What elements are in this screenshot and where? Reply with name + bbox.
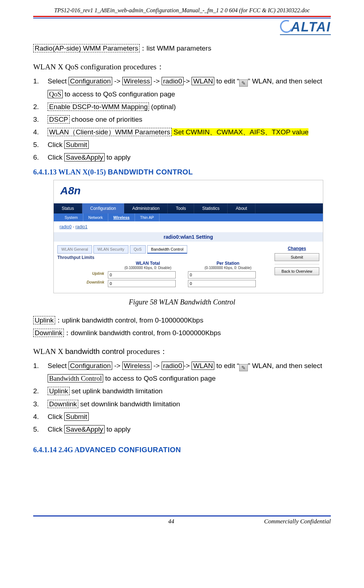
- breadcrumb: radio0 - radio1: [54, 221, 323, 232]
- bw-body-2: Uplink set uplink bandwidth limitation: [48, 385, 331, 397]
- range-note-1: (0-1000000 Kbps, 0: Disable): [108, 266, 188, 270]
- downlink-line: Downlink：downlink bandwidth control, fro…: [33, 328, 331, 338]
- radio-wmm-desc: ：list WMM parameters: [140, 44, 211, 52]
- step-num-6: 6.: [33, 151, 48, 164]
- back-button[interactable]: Back to Overview: [275, 267, 319, 275]
- bw3-after: set downlink bandwidth limitation: [78, 400, 180, 408]
- doc-header: TPS12-016_rev1 1_A8Ein_web-admin_Configu…: [33, 7, 331, 16]
- bw2-after: set uplink bandwidth limitation: [70, 387, 163, 395]
- box-radio0-2: radio0: [162, 362, 184, 370]
- w-click3: Click: [48, 413, 64, 420]
- box-bwcontrol: Bandwidth Control: [48, 374, 103, 382]
- box-radio0: radio0: [162, 77, 184, 85]
- input-downlink-per[interactable]: [188, 280, 256, 287]
- altai-logo: ALTAI: [280, 20, 331, 35]
- subtab-general[interactable]: WLAN General: [57, 245, 92, 254]
- tab-status[interactable]: Status: [54, 203, 82, 213]
- qos-proc-title-text: WLAN X QoS configuration procedures: [33, 62, 157, 71]
- line-radio-wmm: Radio(AP-side) WMM Parameters：list WMM p…: [33, 43, 331, 54]
- word-click-2: Click: [48, 154, 64, 161]
- tab-tools[interactable]: Tools: [168, 203, 194, 213]
- bw-proc-b: bandwidth control: [65, 347, 127, 355]
- step-body-3: DSCP choose one of priorities: [48, 113, 331, 126]
- w-wlanafter2: WLAN, and then select: [250, 362, 322, 369]
- main-nav: Status Configuration Administration Tool…: [54, 203, 323, 213]
- arrow-3: ->: [184, 77, 192, 85]
- input-downlink-total[interactable]: [108, 280, 176, 287]
- range-note-2: (0-1000000 Kbps, 0: Disable): [188, 266, 268, 270]
- bc-radio1[interactable]: radio1: [75, 224, 87, 229]
- uplink-line: Uplink：uplink bandwidth control, from 0-…: [33, 315, 331, 326]
- subnav-system[interactable]: System: [60, 213, 83, 221]
- shot-left: WLAN General WLAN Security QoS Bandwidth…: [57, 245, 268, 287]
- word-select: Select: [48, 77, 69, 85]
- range-note-row: (0-1000000 Kbps, 0: Disable) (0-1000000 …: [57, 266, 268, 270]
- subtab-qos[interactable]: QoS: [130, 245, 146, 254]
- input-uplink-total[interactable]: [108, 271, 176, 278]
- step-body-5: Click Submit: [48, 138, 331, 151]
- bc-radio0[interactable]: radio0: [60, 224, 71, 229]
- input-uplink-per[interactable]: [188, 271, 256, 278]
- tab-about[interactable]: About: [228, 203, 255, 213]
- bw-proc-title: WLAN X bandwidth control procedures：: [33, 346, 331, 356]
- ar1b: ->: [112, 362, 122, 369]
- subnav-wireless[interactable]: Wireless: [108, 213, 135, 221]
- uplink-box: Uplink: [33, 316, 55, 324]
- subnav-thinap[interactable]: Thin AP: [135, 213, 159, 221]
- lbl-downlink: Downlink: [57, 280, 108, 287]
- bc-sep: -: [71, 224, 75, 229]
- downlink-desc: ：downlink bandwidth control, from 0-1000…: [64, 329, 221, 337]
- ar2b: ->: [152, 362, 162, 369]
- step-body-4: WLAN（Client-side）WMM Parameters Set CWMI…: [48, 126, 331, 138]
- step-num-5: 5.: [33, 138, 48, 151]
- arrow-2: ->: [152, 77, 162, 85]
- word-wlan-after: WLAN, and then select: [250, 77, 322, 85]
- submit-button[interactable]: Submit: [275, 253, 319, 261]
- ar3b: ->: [184, 362, 192, 369]
- changes-link[interactable]: Changes: [275, 245, 319, 253]
- subtab-bandwidth[interactable]: Bandwidth Control: [147, 245, 188, 254]
- tab-configuration[interactable]: Configuration: [82, 203, 124, 213]
- tab-statistics[interactable]: Statistics: [194, 203, 228, 213]
- row-uplink: Uplink: [57, 271, 268, 278]
- col-per-station: Per Station: [188, 261, 268, 266]
- step4-highlight: Set CWMIN、CWMAX、AIFS、TXOP value: [172, 128, 309, 136]
- colon-1: ：: [157, 62, 164, 71]
- box-wireless-2: Wireless: [122, 362, 152, 370]
- lbl-uplink: Uplink: [57, 271, 108, 278]
- bw-body-5: Click Save&Apply to apply: [48, 423, 331, 436]
- box-wireless: Wireless: [122, 77, 152, 85]
- h6-num: 6.4.1.13: [33, 168, 57, 176]
- subnav-network[interactable]: Network: [83, 213, 108, 221]
- bw-proc-a: WLAN X: [33, 347, 65, 356]
- edit-icon: [239, 79, 248, 87]
- w-toapply2: to apply: [105, 425, 131, 433]
- qos-steps: 1. Select Configuration -> Wireless -> r…: [33, 75, 331, 164]
- w-access2: to access to QoS configuration page: [103, 375, 216, 382]
- subtab-security[interactable]: WLAN Security: [93, 245, 128, 254]
- bw-num-4: 4.: [33, 410, 48, 423]
- throughput-title: Throuthput Limits: [57, 255, 268, 260]
- tab-administration[interactable]: Administration: [124, 203, 168, 213]
- box-configuration-2: Configuration: [69, 362, 112, 370]
- radio-title: radio0:wlan1 Setting: [54, 232, 323, 242]
- step-body-1: Select Configuration -> Wireless -> radi…: [48, 75, 331, 100]
- word-toedit: to edit: [214, 77, 237, 85]
- figure-58-caption: Figure 58 WLAN Bandwidth Control: [33, 296, 331, 308]
- uplink-desc: ：uplink bandwidth control, from 0-100000…: [55, 316, 203, 324]
- word-click-1: Click: [48, 141, 64, 148]
- box-saveapply: Save&Apply: [64, 153, 105, 161]
- altai-underline: [280, 34, 331, 35]
- heading-6-4-1-13: 6.4.1.13 WLAN X(0-15) BANDWIDTH CONTROL: [33, 168, 331, 176]
- bw-num-3: 3.: [33, 398, 48, 410]
- h614-num: 6.4.1.14: [33, 446, 57, 454]
- step-num-3: 3.: [33, 113, 48, 126]
- row-downlink: Downlink: [57, 280, 268, 287]
- footer-row: 44 Commercially Confidential: [33, 516, 331, 527]
- bw-num-1: 1.: [33, 359, 48, 385]
- box-wlan-2: WLAN: [192, 362, 214, 370]
- word-toapply: to apply: [105, 154, 131, 161]
- shot-logo: A8n: [54, 180, 323, 203]
- right-hr: [275, 264, 319, 264]
- sub-nav: System Network Wireless Thin AP: [54, 213, 323, 221]
